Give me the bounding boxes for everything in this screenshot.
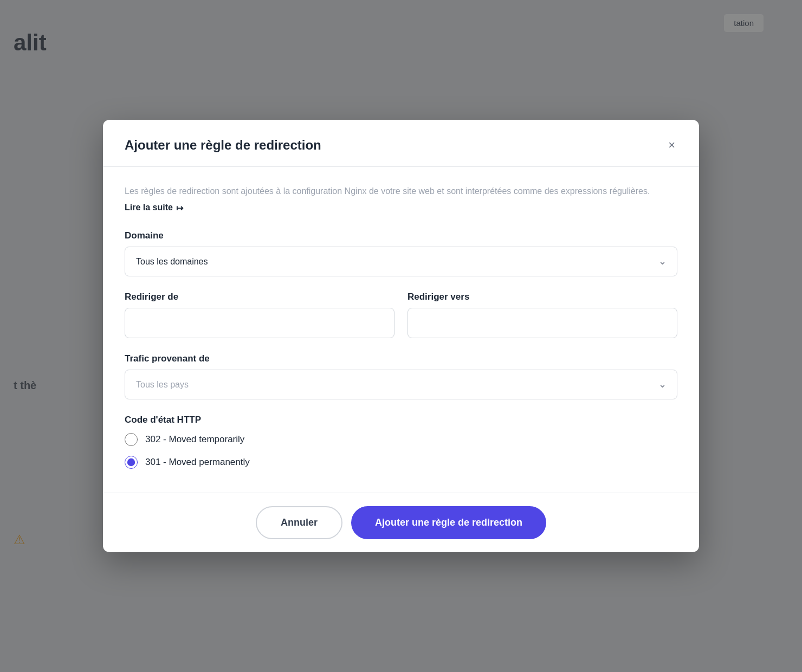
redirect-from-label: Rediriger de — [125, 292, 394, 302]
traffic-select-wrapper: Tous les pays ⌄ — [125, 370, 677, 399]
domain-section: Domaine Tous les domaines ⌄ — [125, 230, 677, 276]
modal-body: Les règles de redirection sont ajoutées … — [103, 167, 699, 493]
redirect-fields: Rediriger de Rediriger vers — [125, 292, 677, 353]
read-more-link[interactable]: Lire la suite ↦ — [125, 203, 183, 213]
redirect-to-section: Rediriger vers — [408, 292, 677, 338]
domain-select[interactable]: Tous les domaines — [125, 247, 677, 276]
cancel-button[interactable]: Annuler — [256, 506, 342, 539]
radio-302-label[interactable]: 302 - Moved temporarily — [125, 433, 677, 446]
domain-label: Domaine — [125, 230, 677, 241]
info-description: Les règles de redirection sont ajoutées … — [125, 184, 677, 198]
read-more-arrow: ↦ — [176, 203, 183, 213]
traffic-select[interactable]: Tous les pays — [125, 370, 677, 399]
traffic-section: Trafic provenant de Tous les pays ⌄ — [125, 353, 677, 399]
http-status-label: Code d'état HTTP — [125, 415, 677, 425]
redirect-from-input[interactable] — [125, 308, 394, 338]
redirect-to-label: Rediriger vers — [408, 292, 677, 302]
traffic-label: Trafic provenant de — [125, 353, 677, 364]
radio-301-input[interactable] — [125, 456, 138, 469]
modal-footer: Annuler Ajouter une règle de redirection — [103, 493, 699, 552]
modal-dialog: Ajouter une règle de redirection × Les r… — [103, 120, 699, 552]
redirect-from-section: Rediriger de — [125, 292, 394, 338]
domain-select-wrapper: Tous les domaines ⌄ — [125, 247, 677, 276]
modal-header: Ajouter une règle de redirection × — [103, 120, 699, 167]
submit-button[interactable]: Ajouter une règle de redirection — [351, 506, 546, 539]
redirect-to-input[interactable] — [408, 308, 677, 338]
radio-302-input[interactable] — [125, 433, 138, 446]
radio-group: 302 - Moved temporarily 301 - Moved perm… — [125, 433, 677, 469]
http-status-section: Code d'état HTTP 302 - Moved temporarily… — [125, 415, 677, 469]
close-button[interactable]: × — [666, 137, 677, 153]
modal-overlay: Ajouter une règle de redirection × Les r… — [0, 0, 802, 672]
radio-302-text: 302 - Moved temporarily — [145, 434, 244, 445]
read-more-label: Lire la suite — [125, 203, 173, 212]
radio-301-label[interactable]: 301 - Moved permanently — [125, 456, 677, 469]
modal-title: Ajouter une règle de redirection — [125, 138, 321, 153]
radio-301-text: 301 - Moved permanently — [145, 457, 250, 468]
